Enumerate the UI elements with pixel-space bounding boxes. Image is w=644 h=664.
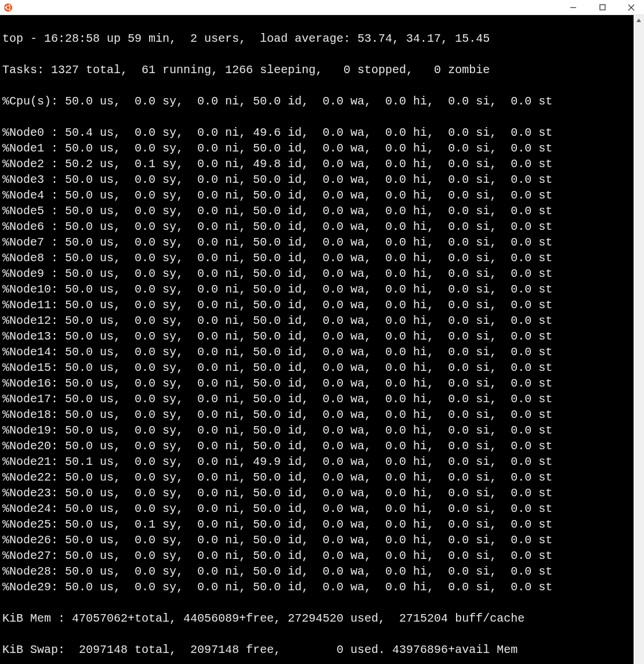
node-line: %Node26: 50.0 us, 0.0 sy, 0.0 ni, 50.0 i… — [2, 532, 642, 548]
cpu-line: %Cpu(s): 50.0 us, 0.0 sy, 0.0 ni, 50.0 i… — [2, 93, 642, 109]
svg-point-4 — [9, 9, 10, 10]
node-line: %Node28: 50.0 us, 0.0 sy, 0.0 ni, 50.0 i… — [2, 564, 642, 579]
node-line: %Node6 : 50.0 us, 0.0 sy, 0.0 ni, 50.0 i… — [2, 219, 642, 234]
node-line: %Node24: 50.0 us, 0.0 sy, 0.0 ni, 50.0 i… — [2, 501, 642, 517]
node-line: %Node14: 50.0 us, 0.0 sy, 0.0 ni, 50.0 i… — [2, 344, 642, 360]
node-line: %Node20: 50.0 us, 0.0 sy, 0.0 ni, 50.0 i… — [2, 438, 642, 454]
node-line: %Node16: 50.0 us, 0.0 sy, 0.0 ni, 50.0 i… — [2, 376, 642, 391]
node-line: %Node23: 50.0 us, 0.0 sy, 0.0 ni, 50.0 i… — [2, 485, 642, 501]
node-line: %Node27: 50.0 us, 0.0 sy, 0.0 ni, 50.0 i… — [2, 548, 642, 564]
svg-point-3 — [9, 4, 10, 6]
scroll-up-arrow-icon[interactable] — [634, 15, 644, 26]
maximize-button[interactable] — [593, 1, 612, 15]
titlebar-left — [3, 3, 16, 12]
mem-line: KiB Mem : 47057062+total, 44056089+free,… — [2, 611, 642, 626]
node-line: %Node1 : 50.0 us, 0.0 sy, 0.0 ni, 50.0 i… — [2, 140, 642, 156]
node-line: %Node5 : 50.0 us, 0.0 sy, 0.0 ni, 50.0 i… — [2, 203, 642, 219]
node-line: %Node11: 50.0 us, 0.0 sy, 0.0 ni, 50.0 i… — [2, 297, 642, 313]
node-line: %Node2 : 50.2 us, 0.1 sy, 0.0 ni, 49.8 i… — [2, 156, 642, 172]
node-line: %Node13: 50.0 us, 0.0 sy, 0.0 ni, 50.0 i… — [2, 329, 642, 344]
node-line: %Node19: 50.0 us, 0.0 sy, 0.0 ni, 50.0 i… — [2, 423, 642, 438]
node-line: %Node22: 50.0 us, 0.0 sy, 0.0 ni, 50.0 i… — [2, 470, 642, 485]
close-button[interactable] — [622, 1, 641, 15]
node-line: %Node17: 50.0 us, 0.0 sy, 0.0 ni, 50.0 i… — [2, 391, 642, 407]
tasks-line: Tasks: 1327 total, 61 running, 1266 slee… — [2, 62, 642, 78]
swap-line: KiB Swap: 2097148 total, 2097148 free, 0… — [2, 642, 642, 658]
window-controls — [564, 1, 641, 15]
node-line: %Node0 : 50.4 us, 0.0 sy, 0.0 ni, 49.6 i… — [2, 125, 642, 140]
node-line: %Node9 : 50.0 us, 0.0 sy, 0.0 ni, 50.0 i… — [2, 266, 642, 282]
svg-point-2 — [5, 6, 6, 8]
vertical-scrollbar[interactable] — [634, 15, 644, 664]
svg-rect-6 — [600, 5, 605, 10]
node-line: %Node7 : 50.0 us, 0.0 sy, 0.0 ni, 50.0 i… — [2, 234, 642, 250]
node-line: %Node15: 50.0 us, 0.0 sy, 0.0 ni, 50.0 i… — [2, 360, 642, 376]
scroll-track[interactable] — [634, 26, 644, 664]
node-line: %Node4 : 50.0 us, 0.0 sy, 0.0 ni, 50.0 i… — [2, 187, 642, 203]
svg-marker-9 — [636, 19, 641, 22]
minimize-button[interactable] — [564, 1, 583, 15]
node-line: %Node3 : 50.0 us, 0.0 sy, 0.0 ni, 50.0 i… — [2, 172, 642, 187]
node-line: %Node21: 50.1 us, 0.0 sy, 0.0 ni, 49.9 i… — [2, 454, 642, 470]
node-line: %Node29: 50.0 us, 0.0 sy, 0.0 ni, 50.0 i… — [2, 579, 642, 595]
node-line: %Node8 : 50.0 us, 0.0 sy, 0.0 ni, 50.0 i… — [2, 250, 642, 266]
node-line: %Node25: 50.0 us, 0.1 sy, 0.0 ni, 50.0 i… — [2, 517, 642, 532]
node-line: %Node12: 50.0 us, 0.0 sy, 0.0 ni, 50.0 i… — [2, 313, 642, 329]
terminal-output[interactable]: top - 16:28:58 up 59 min, 2 users, load … — [0, 15, 644, 664]
window: top - 16:28:58 up 59 min, 2 users, load … — [0, 0, 644, 664]
top-summary-line: top - 16:28:58 up 59 min, 2 users, load … — [2, 31, 642, 46]
node-line: %Node18: 50.0 us, 0.0 sy, 0.0 ni, 50.0 i… — [2, 407, 642, 423]
node-line: %Node10: 50.0 us, 0.0 sy, 0.0 ni, 50.0 i… — [2, 282, 642, 297]
ubuntu-icon — [3, 3, 13, 12]
titlebar — [0, 0, 644, 15]
